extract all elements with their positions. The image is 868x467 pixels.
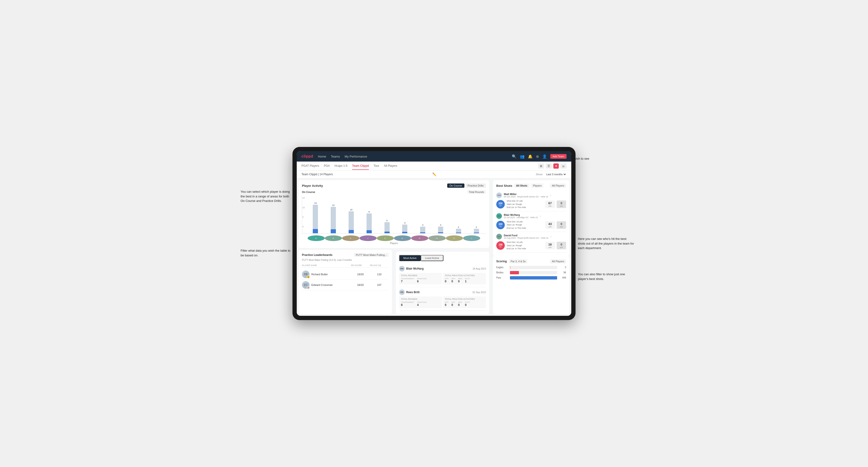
practice-title: Practice Leaderboards <box>302 253 332 257</box>
nav-home[interactable]: Home <box>318 154 326 159</box>
tab-pgat-players[interactable]: PGAT Players <box>302 162 319 170</box>
shot-stat-zero-1: 0 yds <box>557 200 566 208</box>
pars-value: 499 <box>559 276 566 279</box>
tab-hcaps[interactable]: Hcaps 1-5 <box>335 162 347 170</box>
bar-group-1: 12 <box>325 204 342 233</box>
eagles-value: 3 <box>559 266 566 269</box>
leaderboard-row-1: RB 1 Richard Butler 19/20 110 <box>302 269 389 280</box>
shot-info-2: Shot Dist: 43 yds Start Lie: Rough End L… <box>507 220 544 230</box>
practice-filter-btn[interactable]: PUTT Must Make Putting... <box>354 253 389 257</box>
player-avatar-chart-9: L. <box>463 236 480 241</box>
birdies-bar <box>510 271 519 274</box>
shot-stat-zero-2: 0 yds <box>557 221 566 229</box>
gtt-value-1: 0 <box>445 280 448 283</box>
app-label-2: APP <box>452 301 455 303</box>
search-icon[interactable]: 🔍 <box>512 154 517 159</box>
bar-highlight-0 <box>313 229 318 233</box>
y-axis: 15 10 5 0 <box>302 196 305 229</box>
annotation-players: You can select which player is doing the… <box>241 189 292 203</box>
pb-avg-2: 107 <box>370 283 389 286</box>
player-avatar-1: RB 1 <box>302 271 309 278</box>
add-team-button[interactable]: Add Team <box>550 154 566 159</box>
app-stat-2: APP 0 <box>452 301 455 307</box>
plus-circle-icon[interactable]: ⊕ <box>536 154 539 159</box>
most-active-tab[interactable]: Most Active <box>399 255 421 261</box>
player-activity-card: Player Activity On Course Practice Drill… <box>299 180 489 248</box>
app-logo: clippd <box>302 154 313 158</box>
arg-stat-2: ARG 0 <box>458 301 462 307</box>
scoring-players-filter[interactable]: All Players <box>550 259 566 263</box>
col-pb-score: PB SCORE <box>351 264 370 267</box>
player-avatar-chart-6: R. <box>411 236 428 241</box>
shot-stat-unit-zero-2: yds <box>560 226 563 228</box>
player-info-2: EC 2 Edward Crossman <box>302 281 351 289</box>
activity-stats-grid-1: Total Rounds Tournament 7 Practice <box>399 273 486 284</box>
practice-stat-2: Practice 4 <box>417 301 427 307</box>
player-info-1: RB 1 Richard Butler <box>302 271 351 278</box>
shot-badge-2: 200 SG <box>496 221 505 229</box>
practice-label-1: Practice <box>417 278 427 280</box>
par-filter[interactable]: Par 3, 4 & 5s <box>509 259 528 263</box>
filter-view-button[interactable]: ⚌ <box>560 163 566 168</box>
putt-value-1: 1 <box>465 280 470 283</box>
total-rounds-filter[interactable]: Total Rounds <box>467 190 486 194</box>
chevron-right-1[interactable]: › <box>550 193 551 197</box>
chevron-right-2[interactable]: › <box>540 214 541 218</box>
view-buttons: ⊞ ☰ ♥ ⚌ <box>538 163 566 168</box>
shot-player-header-1: MM Matt Miller 09 Jun 2023 · Royal North… <box>496 192 566 198</box>
left-panel: Player Activity On Course Practice Drill… <box>297 178 491 316</box>
all-players-filter[interactable]: All Players <box>550 184 566 188</box>
bar-highlight-7 <box>438 232 443 233</box>
shot-player-info-2: Blair McHarg 23 Jul 2023 · Ashridge GC ·… <box>504 214 538 219</box>
grid-view-button[interactable]: ⊞ <box>538 163 544 168</box>
tab-team-clippd[interactable]: Team Clippd <box>352 162 369 170</box>
bar-9 <box>474 229 479 233</box>
all-shots-filter[interactable]: All Shots <box>514 184 529 188</box>
bar-8 <box>456 229 461 233</box>
bar-highlight-6 <box>420 232 425 233</box>
tab-tour[interactable]: Tour <box>374 162 379 170</box>
bar-group-7: 3 <box>432 224 450 233</box>
total-practice-1: Total Practice Activities GTT 0 APP <box>443 273 486 284</box>
players-filter-btn[interactable]: Players <box>531 184 544 188</box>
list-view-button[interactable]: ☰ <box>546 163 552 168</box>
team-name: Team Clippd | 14 Players <box>302 173 333 176</box>
shot-stat-unit-1: yds <box>549 205 552 207</box>
practice-drills-toggle[interactable]: Practice Drills <box>465 184 486 188</box>
nav-teams[interactable]: Teams <box>331 154 340 159</box>
activity-avatar-1: BM <box>399 266 405 272</box>
shot-player-info-1: Matt Miller 09 Jun 2023 · Royal North De… <box>504 193 548 198</box>
putt-label-2: PUTT <box>465 301 470 303</box>
birdies-value: 96 <box>559 271 566 274</box>
user-icon[interactable]: 👤 <box>542 154 547 159</box>
on-course-toggle[interactable]: On Course <box>447 184 464 188</box>
player-avatar-chart-7: M. <box>428 236 445 241</box>
tournament-stat-1: Tournament 7 <box>401 278 414 283</box>
chart-wrapper: 15 10 5 0 1312109543322 <box>302 196 486 234</box>
shot-stat-val-zero-1: 0 <box>560 201 562 205</box>
users-icon[interactable]: 👥 <box>520 154 525 159</box>
shot-stat-val-zero-2: 0 <box>560 222 562 226</box>
tab-pga[interactable]: PGA <box>324 162 330 170</box>
tab-all-players[interactable]: All Players <box>384 162 397 170</box>
player-avatar-chart-1: R. <box>325 236 342 241</box>
birdies-label: Birdies <box>496 271 508 274</box>
chevron-right-3[interactable]: › <box>550 235 552 239</box>
nav-my-performance[interactable]: My Performance <box>345 154 367 159</box>
heart-view-button[interactable]: ♥ <box>553 163 559 168</box>
bar-highlight-3 <box>367 230 372 233</box>
bar-5 <box>402 224 407 233</box>
bar-group-8: 2 <box>450 226 467 233</box>
pb-score-1: 19/20 <box>351 273 370 276</box>
shot-row-1: MM Matt Miller 09 Jun 2023 · Royal North… <box>496 191 566 211</box>
least-active-tab[interactable]: Least Active <box>421 255 443 261</box>
show-label: Show: <box>536 173 543 176</box>
edit-team-icon[interactable]: ✏️ <box>432 173 436 176</box>
scoring-title: Scoring <box>496 260 507 263</box>
total-rounds-label-2: Total Rounds <box>401 298 440 300</box>
bell-icon[interactable]: 🔔 <box>528 154 533 159</box>
bar-value-5: 4 <box>404 222 405 224</box>
nav-right: 🔍 👥 🔔 ⊕ 👤 Add Team <box>512 154 566 159</box>
timescale-select[interactable]: Last 3 months <box>545 173 566 176</box>
bar-group-9: 2 <box>468 226 485 233</box>
